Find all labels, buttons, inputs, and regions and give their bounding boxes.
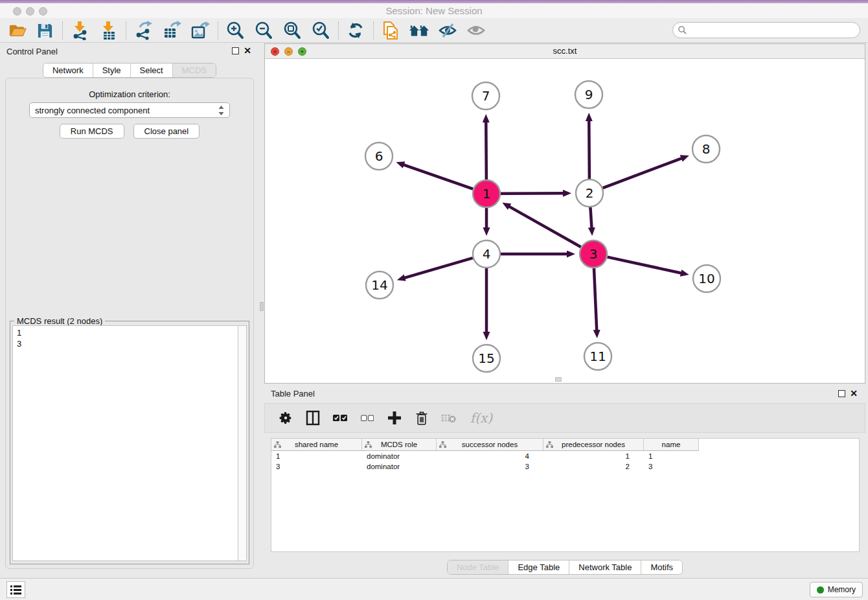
open-folder-icon bbox=[8, 22, 27, 39]
delete-table-button[interactable] bbox=[440, 408, 458, 428]
graph-edge-2-8[interactable] bbox=[603, 158, 683, 188]
close-panel-button[interactable]: Close panel bbox=[133, 124, 200, 139]
graph-edge-3-10[interactable] bbox=[607, 257, 681, 273]
search-icon bbox=[678, 25, 687, 35]
float-panel-button[interactable] bbox=[232, 47, 239, 54]
graph-edge-2-3[interactable] bbox=[590, 207, 591, 229]
graph-edge-2-9[interactable] bbox=[589, 120, 589, 179]
close-panel-icon-button[interactable]: ✕ bbox=[244, 46, 251, 56]
graph-node-6[interactable]: 6 bbox=[365, 143, 393, 170]
table-row[interactable]: 3dominator323 bbox=[271, 461, 859, 472]
graph-edge-3-1[interactable] bbox=[508, 206, 581, 247]
export-network-button[interactable] bbox=[131, 20, 155, 41]
control-panel-body: Optimization criterion: strongly connect… bbox=[5, 78, 254, 569]
zoom-out-button[interactable] bbox=[251, 20, 276, 41]
column-header-shared-name[interactable]: shared name bbox=[271, 439, 362, 450]
import-network-button[interactable] bbox=[67, 20, 92, 41]
memory-button[interactable]: Memory bbox=[810, 582, 863, 597]
graph-node-8[interactable]: 8 bbox=[692, 135, 720, 163]
column-header-predecessor-nodes[interactable]: predecessor nodes bbox=[543, 439, 644, 450]
graph-node-9[interactable]: 9 bbox=[575, 81, 602, 108]
open-session-button[interactable] bbox=[5, 20, 30, 41]
graph-node-2[interactable]: 2 bbox=[576, 179, 603, 207]
clone-network-icon bbox=[382, 21, 400, 40]
zoom-in-button[interactable] bbox=[223, 20, 247, 41]
toolbar-search bbox=[672, 22, 860, 38]
network-window-titlebar: × − + scc.txt bbox=[265, 44, 865, 59]
result-scrollbar[interactable] bbox=[238, 325, 247, 561]
run-mcds-button[interactable]: Run MCDS bbox=[60, 124, 124, 139]
import-network-icon bbox=[70, 21, 89, 40]
select-all-button[interactable] bbox=[331, 408, 349, 428]
refresh-layout-button[interactable] bbox=[343, 20, 368, 41]
graph-edge-1-2[interactable] bbox=[501, 193, 564, 194]
delete-table-icon bbox=[441, 413, 457, 423]
graph-node-11[interactable]: 11 bbox=[584, 343, 611, 370]
graph-edge-4-14[interactable] bbox=[404, 258, 472, 278]
toolbar-separator bbox=[338, 21, 339, 40]
graph-node-1[interactable]: 1 bbox=[473, 180, 500, 207]
graph-node-3[interactable]: 3 bbox=[580, 240, 607, 268]
hide-view-button[interactable] bbox=[435, 20, 460, 41]
table-row[interactable]: 1dominator411 bbox=[271, 451, 859, 461]
deselect-all-button[interactable] bbox=[358, 408, 376, 428]
splitter-grip[interactable] bbox=[260, 302, 264, 311]
graph-node-14[interactable]: 14 bbox=[366, 271, 393, 299]
graph-node-10[interactable]: 10 bbox=[693, 265, 720, 292]
column-header-mcds-role[interactable]: MCDS role bbox=[362, 439, 437, 450]
columns-icon bbox=[306, 410, 320, 426]
show-columns-button[interactable] bbox=[304, 408, 322, 428]
column-type-icon bbox=[546, 441, 553, 448]
zoom-selected-button[interactable] bbox=[308, 20, 333, 41]
home-button[interactable] bbox=[407, 20, 431, 41]
function-builder-button[interactable]: f(x) bbox=[467, 408, 496, 428]
zoom-fit-icon bbox=[282, 21, 302, 40]
search-input[interactable] bbox=[687, 25, 860, 35]
graph-edge-1-6[interactable] bbox=[403, 165, 473, 189]
zoom-fit-button[interactable] bbox=[280, 20, 304, 41]
float-table-panel-button[interactable] bbox=[838, 390, 845, 397]
tab-motifs[interactable]: Motifs bbox=[641, 560, 682, 574]
tab-node-table[interactable]: Node Table bbox=[448, 560, 509, 574]
network-canvas[interactable]: 7968124314101511 bbox=[265, 59, 865, 383]
import-table-button[interactable] bbox=[96, 20, 120, 41]
clone-network-button[interactable] bbox=[378, 20, 403, 41]
control-panel-tabs: NetworkStyleSelectMCDS bbox=[0, 63, 259, 78]
save-icon bbox=[36, 22, 54, 40]
tab-mcds[interactable]: MCDS bbox=[173, 63, 216, 77]
criterion-dropdown[interactable]: strongly connected component bbox=[29, 102, 230, 118]
tab-network[interactable]: Network bbox=[43, 63, 93, 77]
graph-edge-3-11[interactable] bbox=[594, 268, 597, 331]
export-image-icon bbox=[190, 21, 210, 40]
save-session-button[interactable] bbox=[32, 20, 57, 41]
list-icon bbox=[10, 585, 21, 595]
graph-node-7[interactable]: 7 bbox=[472, 82, 499, 110]
show-view-button[interactable] bbox=[464, 20, 488, 41]
tab-style[interactable]: Style bbox=[93, 63, 131, 77]
add-column-button[interactable] bbox=[385, 408, 404, 428]
column-header-name[interactable]: name bbox=[644, 439, 699, 450]
close-table-panel-button[interactable]: ✕ bbox=[850, 389, 858, 398]
graph-node-label: 4 bbox=[483, 246, 491, 262]
table-body: 1dominator4113dominator323 bbox=[271, 451, 859, 472]
mcds-result-text[interactable]: 1 3 bbox=[12, 325, 238, 561]
graph-node-15[interactable]: 15 bbox=[473, 345, 500, 372]
export-image-button[interactable] bbox=[188, 20, 212, 41]
graph-edge-1-7[interactable] bbox=[486, 121, 486, 179]
canvas-scroll-handle[interactable] bbox=[555, 377, 562, 382]
graph-node-label: 9 bbox=[585, 87, 593, 102]
export-table-button[interactable] bbox=[159, 20, 184, 41]
graph-node-4[interactable]: 4 bbox=[473, 240, 500, 268]
panel-splitter[interactable] bbox=[259, 43, 264, 578]
tab-network-table[interactable]: Network Table bbox=[569, 560, 641, 574]
control-panel-tabgroup: NetworkStyleSelectMCDS bbox=[43, 63, 216, 78]
table-settings-button[interactable] bbox=[277, 408, 295, 428]
task-history-button[interactable] bbox=[6, 581, 25, 598]
tab-select[interactable]: Select bbox=[131, 63, 173, 77]
app-titlebar: Session: New Session bbox=[0, 3, 868, 18]
table-panel-title: Table Panel bbox=[271, 389, 315, 398]
delete-column-button[interactable] bbox=[413, 408, 431, 428]
column-header-successor-nodes[interactable]: successor nodes bbox=[437, 439, 543, 450]
node-table: shared nameMCDS rolesuccessor nodesprede… bbox=[271, 438, 860, 552]
tab-edge-table[interactable]: Edge Table bbox=[508, 560, 569, 574]
